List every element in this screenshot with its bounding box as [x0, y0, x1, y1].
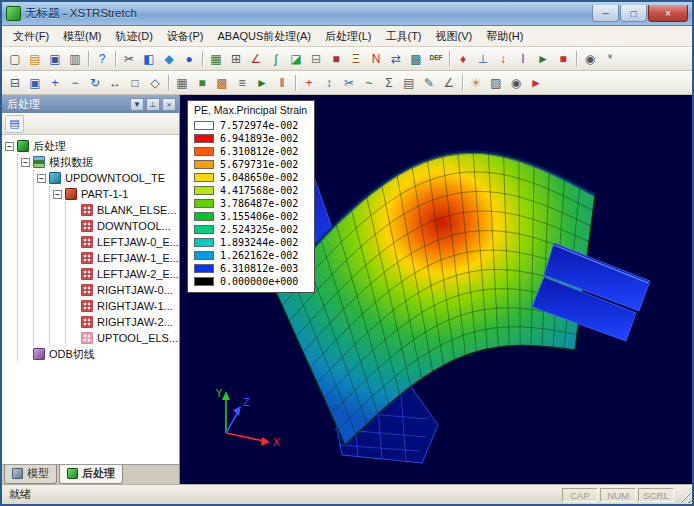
tab-model[interactable]: 模型 [4, 465, 57, 484]
orientation-triad: Y Z X [215, 388, 280, 448]
minmax-icon[interactable]: ↕ [319, 73, 339, 93]
material-icon[interactable]: ♦ [453, 49, 473, 69]
title-bar[interactable]: 无标题 - XSTRStretch ─□× [2, 2, 692, 26]
measure-icon[interactable]: ∠ [246, 49, 266, 69]
panel-close-button[interactable]: × [162, 98, 176, 111]
movie-icon[interactable]: ► [526, 73, 546, 93]
expander-icon[interactable]: − [53, 190, 62, 199]
settings-icon[interactable]: * [600, 49, 620, 69]
maximize-button[interactable]: □ [620, 5, 647, 22]
tree-item-rightjaw-2-elset[interactable]: RIGHTJAW-2... [69, 314, 179, 330]
cut-icon[interactable]: ✂ [119, 49, 139, 69]
pause-icon[interactable]: ‖ [272, 73, 292, 93]
xyplot-icon[interactable]: ~ [359, 73, 379, 93]
pan-view-icon[interactable]: ↔ [105, 73, 125, 93]
tree-layers-icon[interactable]: ▤ [5, 115, 24, 133]
tree-item-leftjaw-1-elset[interactable]: LEFTJAW-1_E... [69, 250, 179, 266]
settings-icon-glyph: * [608, 53, 613, 65]
new-file-icon[interactable]: ▢ [5, 49, 25, 69]
cutplane-icon[interactable]: ✂ [339, 73, 359, 93]
tree-item-downtool-elset[interactable]: DOWNTOOL... [69, 218, 179, 234]
legend-swatch [194, 121, 214, 130]
tree-item-odb-cut[interactable]: ODB切线 [21, 346, 179, 362]
record-icon[interactable]: ● [179, 49, 199, 69]
open-folder-icon[interactable]: ▤ [25, 49, 45, 69]
menu-item-7[interactable]: 视图(V) [429, 27, 480, 46]
fit-view-icon[interactable]: ▣ [25, 73, 45, 93]
print-icon[interactable]: ▥ [65, 49, 85, 69]
trajectory-icon[interactable]: N [366, 49, 386, 69]
menu-item-3[interactable]: 设备(P) [160, 27, 211, 46]
minimize-button[interactable]: ─ [592, 5, 619, 22]
panel-menu-button[interactable]: ▼ [130, 98, 144, 111]
menu-item-4[interactable]: ABAQUS前处理(A) [211, 27, 319, 46]
tree-item-blank-elset[interactable]: BLANK_ELSE... [69, 202, 179, 218]
menu-item-8[interactable]: 帮助(H) [479, 27, 530, 46]
die-icon[interactable]: ■ [326, 49, 346, 69]
def-icon[interactable]: DEF [426, 49, 446, 69]
clamp-icon[interactable]: Ξ [346, 49, 366, 69]
background-icon[interactable]: ▨ [486, 73, 506, 93]
curve-icon[interactable]: ∫ [266, 49, 286, 69]
tree-item-part-1-1[interactable]: −PART-1-1 [53, 186, 179, 202]
menu-item-6[interactable]: 工具(T) [378, 27, 428, 46]
section-icon[interactable]: ⊟ [306, 49, 326, 69]
menu-item-0[interactable]: 文件(F) [6, 27, 56, 46]
contour-icon[interactable]: ▩ [212, 73, 232, 93]
tree-item-rightjaw-1-elset[interactable]: RIGHTJAW-1... [69, 298, 179, 314]
bluebird-icon[interactable]: ◆ [159, 49, 179, 69]
expander-icon[interactable]: − [5, 142, 14, 151]
grid-icon[interactable]: ▦ [206, 49, 226, 69]
help-icon[interactable]: ? [92, 49, 112, 69]
iso-view-icon[interactable]: ◇ [145, 73, 165, 93]
layers-icon[interactable]: ⊟ [5, 73, 25, 93]
close-button[interactable]: × [648, 5, 688, 22]
calculator-icon[interactable]: ⊞ [226, 49, 246, 69]
menu-item-5[interactable]: 后处理(L) [318, 27, 378, 46]
report-icon[interactable]: ▤ [399, 73, 419, 93]
shaded-icon[interactable]: ■ [192, 73, 212, 93]
surface-icon[interactable]: ◪ [286, 49, 306, 69]
window-title: 无标题 - XSTRStretch [25, 6, 137, 21]
mesh-icon[interactable]: ▩ [406, 49, 426, 69]
tree-item-rightjaw-0-elset[interactable]: RIGHTJAW-0... [69, 282, 179, 298]
snapshot-icon[interactable]: ◉ [506, 73, 526, 93]
expander-icon[interactable]: − [37, 174, 46, 183]
job-icon[interactable]: ► [533, 49, 553, 69]
stop-icon[interactable]: ■ [553, 49, 573, 69]
stop-icon-glyph: ■ [559, 53, 566, 65]
panel-header[interactable]: 后处理 ▼⊥× [2, 95, 179, 113]
tree-item-sim-data[interactable]: −模拟数据 [21, 154, 179, 170]
menu-item-1[interactable]: 模型(M) [56, 27, 109, 46]
panel-pin-button[interactable]: ⊥ [146, 98, 160, 111]
expander-icon[interactable]: − [21, 158, 30, 167]
tree-item-leftjaw-0-elset[interactable]: LEFTJAW-0_E... [69, 234, 179, 250]
legend-icon[interactable]: ≡ [232, 73, 252, 93]
sum-icon[interactable]: Σ [379, 73, 399, 93]
zoom-in-icon[interactable]: + [45, 73, 65, 93]
camera-icon[interactable]: ◉ [580, 49, 600, 69]
zoom-out-icon[interactable]: − [65, 73, 85, 93]
tree-item-post-process[interactable]: −后处理 [5, 138, 179, 154]
tab-postprocess[interactable]: 后处理 [59, 465, 123, 484]
animate-icon[interactable]: ► [252, 73, 272, 93]
bc-icon[interactable]: ⊥ [473, 49, 493, 69]
save-icon[interactable]: ▣ [45, 49, 65, 69]
annotate-icon[interactable]: ✎ [419, 73, 439, 93]
menu-item-2[interactable]: 轨迹(D) [109, 27, 160, 46]
tree-item-updowntool[interactable]: −UPDOWNTOOL_TE [37, 170, 179, 186]
tree-item-leftjaw-2-elset[interactable]: LEFTJAW-2_E... [69, 266, 179, 282]
tree-item-uptool-elset[interactable]: UPTOOL_ELS... [69, 330, 179, 346]
toggle-panel-icon[interactable]: ◧ [139, 49, 159, 69]
springback-icon[interactable]: ⇄ [386, 49, 406, 69]
viewport-3d[interactable]: PE, Max.Principal Strain 7.572974e-0026.… [180, 95, 692, 484]
probe-icon[interactable]: + [299, 73, 319, 93]
ibeam-icon[interactable]: I [513, 49, 533, 69]
load-icon[interactable]: ↓ [493, 49, 513, 69]
resize-grip[interactable] [678, 490, 691, 503]
wireframe-icon[interactable]: ▦ [172, 73, 192, 93]
front-view-icon[interactable]: □ [125, 73, 145, 93]
rotate-view-icon[interactable]: ↻ [85, 73, 105, 93]
angle-icon[interactable]: ∠ [439, 73, 459, 93]
light-icon[interactable]: ☀ [466, 73, 486, 93]
